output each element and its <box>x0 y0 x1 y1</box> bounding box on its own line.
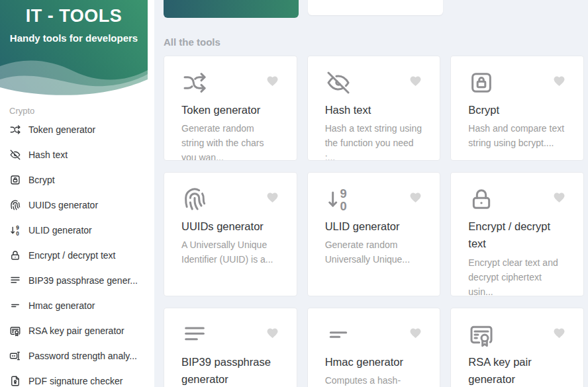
sidebar-item-hmac-generator[interactable]: Hmac generator <box>0 293 154 318</box>
tool-card-description: Computes a hash-based <box>325 374 423 387</box>
sidebar-item-label: ULID generator <box>28 225 92 236</box>
certificate-icon <box>9 325 21 337</box>
sidebar-item-password-strength[interactable]: Password strength analy... <box>0 343 154 368</box>
tool-card-title: Bcrypt <box>468 101 566 118</box>
tool-card-title: ULID generator <box>325 218 423 235</box>
sidebar-item-label: Token generator <box>28 124 95 135</box>
lock-square-icon <box>468 69 495 96</box>
favorite-heart-icon[interactable] <box>266 191 279 204</box>
tool-card-ulid-generator[interactable]: 90 ULID generator Generate random Univer… <box>307 172 441 296</box>
sidebar-item-label: Bcrypt <box>28 175 55 185</box>
favorite-heart-icon[interactable] <box>552 191 566 204</box>
favorite-heart-icon[interactable] <box>552 74 566 88</box>
align-justified-icon <box>181 322 208 348</box>
certificate-icon <box>468 322 495 348</box>
partial-top-card[interactable] <box>308 0 443 15</box>
favorite-heart-icon[interactable] <box>409 191 422 204</box>
tool-card-bcrypt[interactable]: Bcrypt Hash and compare text string usin… <box>450 56 584 161</box>
header-waves-decoration <box>0 54 148 98</box>
lock-square-icon <box>9 174 21 186</box>
tool-card-title: UUIDs generator <box>181 218 279 235</box>
tool-card-description: Generate random string with the chars yo… <box>181 122 279 161</box>
shuffle-icon <box>181 69 208 96</box>
sidebar-item-label: RSA key pair generator <box>28 325 124 336</box>
sidebar-item-bcrypt[interactable]: Bcrypt <box>0 167 154 193</box>
tool-card-bip39-passphrase-generator[interactable]: BIP39 passphrase generator <box>164 308 297 387</box>
sort-descending-numbers-icon: 90 <box>9 224 21 236</box>
tool-card-description: Encrypt clear text and decrypt ciphertex… <box>468 256 566 296</box>
password-icon <box>9 350 21 362</box>
sidebar-item-label: PDF signature checker <box>28 376 122 386</box>
tool-card-description: A Universally Unique Identifier (UUID) i… <box>181 238 279 267</box>
shuffle-icon <box>9 124 21 136</box>
favorite-heart-icon[interactable] <box>552 326 566 340</box>
favorite-heart-icon[interactable] <box>266 326 279 340</box>
sidebar-item-pdf-signature-checker[interactable]: PDF signature checker <box>0 368 154 387</box>
sidebar-item-rsa-key-pair[interactable]: RSA key pair generator <box>0 318 154 343</box>
tool-card-title: Encrypt / decrypt text <box>468 218 566 253</box>
sidebar-item-label: Hash text <box>28 150 68 160</box>
tool-card-description: Hash a text string using the function yo… <box>325 122 423 161</box>
fingerprint-icon <box>9 199 21 211</box>
sidebar-item-encrypt-decrypt[interactable]: Encrypt / decrypt text <box>0 243 154 268</box>
tool-card-token-generator[interactable]: Token generator Generate random string w… <box>164 56 297 161</box>
sort-descending-numbers-icon: 90 <box>325 186 352 212</box>
sidebar-item-bip39[interactable]: BIP39 passphrase gener... <box>0 268 154 293</box>
sidebar-item-hash-text[interactable]: Hash text <box>0 142 154 167</box>
tool-card-title: Hash text <box>325 101 423 118</box>
svg-text:0: 0 <box>16 231 19 237</box>
tool-card-rsa-key-pair-generator[interactable]: RSA key pair generator <box>450 308 584 387</box>
lock-icon <box>9 249 21 261</box>
app-subtitle: Handy tools for developers <box>0 32 148 44</box>
tool-card-encrypt-decrypt-text[interactable]: Encrypt / decrypt text Encrypt clear tex… <box>450 172 584 296</box>
primary-gradient-button[interactable] <box>164 0 299 18</box>
tool-card-uuids-generator[interactable]: UUIDs generator A Universally Unique Ide… <box>164 172 297 296</box>
fingerprint-icon <box>181 186 208 212</box>
lock-icon <box>468 186 495 212</box>
sidebar-item-label: Password strength analy... <box>28 351 137 361</box>
tool-card-description: Hash and compare text string using bcryp… <box>468 122 566 151</box>
tool-card-description: Generate random Universally Unique... <box>325 238 423 267</box>
sidebar-item-label: BIP39 passphrase gener... <box>28 275 138 286</box>
sidebar-item-label: Encrypt / decrypt text <box>28 250 116 261</box>
tool-card-hmac-generator[interactable]: Hmac generator Computes a hash-based <box>307 308 441 387</box>
eye-off-icon <box>325 69 352 96</box>
tool-card-title: BIP39 passphrase generator <box>181 353 279 387</box>
section-heading: All the tools <box>164 36 584 48</box>
tool-card-title: Hmac generator <box>325 353 423 370</box>
app-header[interactable]: IT - TOOLS Handy tools for developers <box>0 0 148 98</box>
main-content: All the tools Token generator Generate r… <box>154 0 588 387</box>
svg-text:0: 0 <box>340 199 346 212</box>
tool-card-title: RSA key pair generator <box>468 353 566 387</box>
sidebar-item-label: Hmac generator <box>28 300 95 311</box>
sidebar-item-label: UUIDs generator <box>28 200 98 210</box>
tools-grid: Token generator Generate random string w… <box>164 56 584 387</box>
short-lines-icon <box>325 322 352 348</box>
short-lines-icon <box>9 300 21 312</box>
sidebar-item-token-generator[interactable]: Token generator <box>0 117 154 142</box>
favorite-heart-icon[interactable] <box>266 74 279 88</box>
sidebar-item-ulid-generator[interactable]: 90 ULID generator <box>0 218 154 243</box>
sidebar-section-crypto: Crypto <box>0 98 154 117</box>
app-title: IT - TOOLS <box>0 0 148 26</box>
tool-card-title: Token generator <box>181 101 279 118</box>
tool-card-hash-text[interactable]: Hash text Hash a text string using the f… <box>307 56 441 161</box>
eye-off-icon <box>9 149 21 161</box>
align-justified-icon <box>9 275 21 286</box>
favorite-heart-icon[interactable] <box>409 74 422 88</box>
topbar <box>164 0 584 18</box>
file-certificate-icon <box>9 375 21 387</box>
sidebar-item-uuids-generator[interactable]: UUIDs generator <box>0 193 154 218</box>
sidebar: IT - TOOLS Handy tools for developers Cr… <box>0 0 154 387</box>
favorite-heart-icon[interactable] <box>409 326 422 340</box>
